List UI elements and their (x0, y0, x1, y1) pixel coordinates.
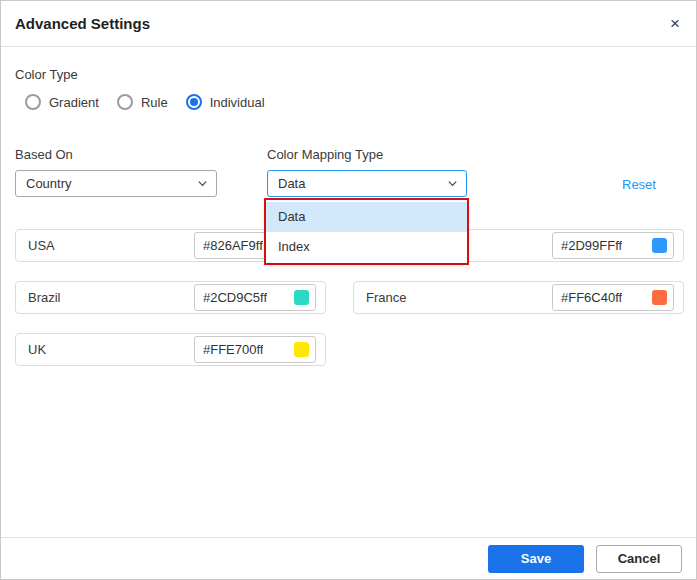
based-on-select[interactable]: Country (15, 170, 217, 197)
color-mapping-type-select[interactable]: Data (267, 170, 467, 197)
chevron-down-icon (447, 178, 458, 189)
close-icon[interactable]: × (670, 15, 680, 32)
radio-rule-label: Rule (141, 95, 168, 110)
save-button[interactable]: Save (488, 545, 584, 573)
radio-circle-icon (25, 94, 41, 110)
radio-gradient-label: Gradient (49, 95, 99, 110)
based-on-label: Based On (15, 147, 73, 162)
hex-value: #826AF9ff (203, 238, 263, 253)
hex-value: #FF6C40ff (561, 290, 622, 305)
dropdown-option-index[interactable]: Index (266, 232, 467, 262)
dialog-header: Advanced Settings × (1, 1, 696, 47)
card-label: France (366, 290, 406, 305)
advanced-settings-dialog: Advanced Settings × Color Type Gradient … (0, 0, 697, 580)
radio-circle-icon (186, 94, 202, 110)
radio-circle-icon (117, 94, 133, 110)
color-mapping-type-dropdown-list: Data Index (266, 200, 467, 263)
color-value-field[interactable]: #FFE700ff (194, 336, 316, 363)
color-mapping-type-label: Color Mapping Type (267, 147, 383, 162)
card-label: Brazil (28, 290, 61, 305)
color-value-field[interactable]: #2CD9C5ff (194, 284, 316, 311)
color-card-uk: UK #FFE700ff (15, 333, 326, 366)
cancel-button[interactable]: Cancel (596, 545, 682, 573)
radio-individual[interactable]: Individual (186, 94, 265, 110)
color-mapping-type-selected-value: Data (278, 176, 305, 191)
hex-value: #FFE700ff (203, 342, 263, 357)
dialog-title: Advanced Settings (15, 15, 150, 32)
chevron-down-icon (197, 178, 208, 189)
annotation-highlight-box: Data Index (264, 198, 469, 265)
color-swatch[interactable] (294, 342, 309, 357)
radio-rule[interactable]: Rule (117, 94, 168, 110)
color-swatch[interactable] (294, 290, 309, 305)
color-value-field[interactable]: #2D99FFff (552, 232, 674, 259)
dropdown-option-data[interactable]: Data (266, 202, 467, 232)
color-swatch[interactable] (652, 290, 667, 305)
card-label: UK (28, 342, 46, 357)
color-card-brazil: Brazil #2CD9C5ff (15, 281, 326, 314)
color-type-radio-group: Gradient Rule Individual (25, 94, 265, 110)
color-card-france: France #FF6C40ff (353, 281, 684, 314)
dialog-footer: Save Cancel (1, 537, 696, 579)
radio-gradient[interactable]: Gradient (25, 94, 99, 110)
color-type-label: Color Type (15, 67, 78, 82)
color-swatch[interactable] (652, 238, 667, 253)
hex-value: #2D99FFff (561, 238, 622, 253)
card-label: USA (28, 238, 55, 253)
radio-individual-label: Individual (210, 95, 265, 110)
color-value-field[interactable]: #FF6C40ff (552, 284, 674, 311)
reset-link[interactable]: Reset (622, 177, 656, 192)
based-on-selected-value: Country (26, 176, 72, 191)
hex-value: #2CD9C5ff (203, 290, 267, 305)
